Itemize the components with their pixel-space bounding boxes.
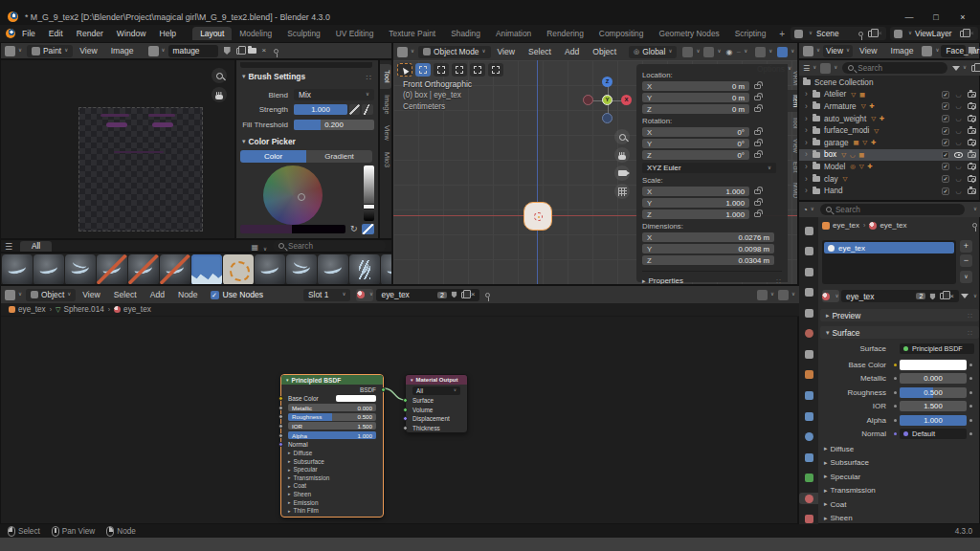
lock-icon[interactable]: [754, 142, 761, 146]
metallic-slider[interactable]: Metallic0.000: [288, 404, 376, 411]
pin-icon[interactable]: [485, 293, 490, 298]
brush-settings-header[interactable]: ▾Brush Settings::: [236, 72, 378, 81]
camera-icon[interactable]: [968, 152, 976, 158]
value-slider[interactable]: [364, 165, 374, 221]
new-material-icon[interactable]: [461, 292, 467, 298]
decorator-dot[interactable]: [969, 377, 972, 380]
node-section-emission[interactable]: ▸Emission: [281, 498, 383, 507]
brush-thumbnail-red[interactable]: [97, 254, 127, 285]
color-picker-header[interactable]: ▾Color Picker: [236, 137, 378, 146]
hamburger-icon[interactable]: ☰: [5, 242, 12, 252]
preview-section[interactable]: ▸Preview::: [820, 309, 979, 321]
expand-icon[interactable]: ›: [805, 187, 811, 195]
strength-slider[interactable]: 1.000: [294, 104, 347, 115]
zoom-gizmo[interactable]: [212, 68, 227, 83]
selectable-checkbox[interactable]: ✓: [942, 175, 949, 183]
workspace-tab-uv-editing[interactable]: UV Editing: [328, 27, 382, 40]
image-browse-icon[interactable]: [148, 46, 159, 56]
texture-slot-field[interactable]: [240, 62, 372, 68]
outliner-row-box[interactable]: ›box▽ ◡ ▦✓: [799, 149, 979, 162]
fill-threshold-slider[interactable]: 0.200: [294, 120, 374, 130]
editor-type-viewport-icon[interactable]: [397, 47, 408, 57]
input-socket[interactable]: [403, 398, 408, 403]
hide-icon[interactable]: ◡: [954, 163, 963, 170]
lock-icon[interactable]: [754, 189, 761, 194]
pin-icon[interactable]: [972, 223, 977, 228]
surface-section[interactable]: ▾Surface::: [820, 326, 979, 339]
pin-icon[interactable]: [274, 49, 278, 54]
breadcrumb-mesh[interactable]: Sphere.014: [63, 305, 103, 314]
transform-field-z[interactable]: Z1.000: [642, 209, 749, 219]
properties-tab-material-icon[interactable]: [799, 493, 818, 505]
selectable-checkbox[interactable]: ✓: [942, 91, 949, 99]
add-workspace-button[interactable]: +: [779, 29, 785, 39]
outliner-search-input[interactable]: Search: [842, 62, 947, 74]
fake-user-icon[interactable]: [224, 47, 231, 55]
outliner-row-hand[interactable]: ›Hand✓◡: [799, 185, 979, 197]
workspace-tab-scripting[interactable]: Scripting: [727, 27, 774, 40]
principled-bsdf-node[interactable]: ▾ Principled BSDF BSDF Base ColorMetalli…: [280, 374, 384, 518]
shader-menu-view[interactable]: View: [82, 290, 100, 299]
outliner-row-model[interactable]: ›Model◎ ▽ ✚✓◡: [799, 161, 979, 173]
lock-icon[interactable]: [754, 84, 761, 89]
node-section-subsurface[interactable]: ▸Subsurface: [281, 457, 383, 466]
lock-icon[interactable]: [754, 130, 761, 135]
properties-tab-constraints-icon[interactable]: [799, 452, 818, 464]
viewport-sidebar-tab-edit[interactable]: Edit: [788, 157, 798, 178]
camera-icon[interactable]: [968, 140, 976, 145]
swap-colors-icon[interactable]: ↻: [350, 224, 358, 233]
workspace-tab-sculpting[interactable]: Sculpting: [279, 27, 327, 40]
open-image-icon[interactable]: [248, 48, 256, 54]
expand-icon[interactable]: ›: [805, 175, 811, 184]
mode-dropdown[interactable]: Object Mode∨: [418, 46, 491, 58]
brush-thumbnail-scribble[interactable]: [65, 254, 96, 285]
outliner-row-garage[interactable]: ›garage▦ ▽ ✚✓◡: [799, 137, 979, 149]
gradient-tab[interactable]: Gradient: [306, 150, 372, 163]
shader-menu-add[interactable]: Add: [150, 290, 165, 299]
delete-view-layer-icon[interactable]: ×: [969, 30, 974, 37]
object-visibility-icon[interactable]: [755, 47, 766, 57]
slot-specials-button[interactable]: ∨: [960, 271, 972, 283]
image-browse-icon[interactable]: [922, 46, 932, 56]
image-editor-menu-view[interactable]: View: [79, 46, 97, 55]
input-socket[interactable]: [278, 433, 283, 438]
users-count-badge[interactable]: 2: [916, 293, 925, 299]
selectable-checkbox[interactable]: ✓: [942, 151, 949, 159]
filter-mode-icon[interactable]: [820, 63, 831, 74]
viewport-sidebar-tab-item[interactable]: Item: [788, 90, 798, 112]
selectable-checkbox[interactable]: ✓: [942, 127, 949, 135]
gizmo-y-axis[interactable]: Y: [602, 95, 612, 105]
brush-thumbnail-plain[interactable]: [255, 254, 285, 285]
material-slot-selected[interactable]: eye_tex: [824, 242, 954, 253]
properties-tab-view-layer-icon[interactable]: [799, 287, 818, 299]
material-name-field[interactable]: eye_tex 2 ×: [376, 289, 479, 301]
outliner-row-armature[interactable]: ›Armature▽ ✚✓◡: [799, 100, 979, 113]
properties-tab-particles-icon[interactable]: [799, 410, 818, 423]
transform-field-x[interactable]: X0°: [642, 127, 749, 137]
selected-object-box[interactable]: [523, 202, 552, 231]
properties-tab-physics-icon[interactable]: [799, 430, 818, 443]
expand-icon[interactable]: ›: [805, 150, 811, 159]
tweak-tool-button[interactable]: [397, 63, 412, 77]
node-section-thin-film[interactable]: ▸Thin Film: [281, 506, 383, 515]
viewport-menu-add[interactable]: Add: [565, 47, 579, 56]
new-material-icon[interactable]: [940, 293, 946, 299]
expand-icon[interactable]: ›: [805, 163, 811, 171]
asset-shelf-tab-all[interactable]: All: [20, 241, 52, 252]
expand-icon[interactable]: ›: [805, 90, 811, 99]
material-output-node[interactable]: ▾ Material Output All∨ SurfaceVolumeDisp…: [405, 374, 468, 433]
new-collection-icon[interactable]: [971, 65, 977, 72]
color-wheel-cursor[interactable]: [298, 193, 305, 201]
secondary-color-swatch[interactable]: [292, 225, 345, 233]
shader-menu-select[interactable]: Select: [114, 290, 137, 299]
input-socket[interactable]: [403, 416, 408, 421]
expand-icon[interactable]: ›: [805, 126, 811, 135]
expand-icon[interactable]: ›: [805, 102, 811, 111]
menu-edit[interactable]: Edit: [49, 29, 63, 38]
value-slider-handle[interactable]: [363, 204, 375, 209]
hide-icon[interactable]: ◡: [954, 102, 963, 110]
metallic-slider[interactable]: 0.000: [900, 373, 967, 384]
select-intersect-button[interactable]: [488, 63, 503, 77]
brush-thumbnail-plain[interactable]: [2, 254, 33, 285]
expand-icon[interactable]: ›: [805, 115, 811, 123]
